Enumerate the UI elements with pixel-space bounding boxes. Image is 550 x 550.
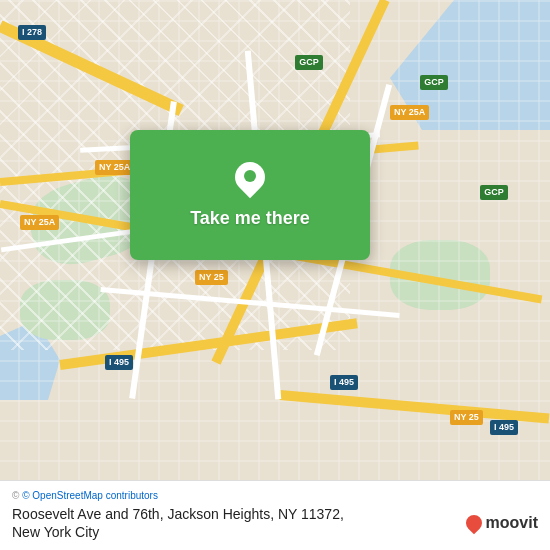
shield-gcp-2: GCP <box>420 75 448 90</box>
location-pin-icon <box>231 162 269 200</box>
address-text: Roosevelt Ave and 76th, Jackson Heights,… <box>12 505 344 541</box>
shield-ny25-1: NY 25 <box>195 270 228 285</box>
shield-ny25a-left: NY 25A <box>20 215 59 230</box>
shield-ny25-2: NY 25 <box>450 410 483 425</box>
map-container: I 278 NY 25A NY 25A 25A NY 25A GCP GCP G… <box>0 0 550 480</box>
shield-gcp-1: GCP <box>295 55 323 70</box>
shield-i495-1: I 495 <box>105 355 133 370</box>
map-attribution: © © OpenStreetMap contributors <box>12 490 538 501</box>
moovit-pin-icon <box>462 512 485 535</box>
osm-link[interactable]: © OpenStreetMap contributors <box>22 490 158 501</box>
address-line1: Roosevelt Ave and 76th, Jackson Heights,… <box>12 506 344 522</box>
shield-gcp-3: GCP <box>480 185 508 200</box>
shield-i495-3: I 495 <box>490 420 518 435</box>
cta-label: Take me there <box>190 208 310 229</box>
bottom-bar: © © OpenStreetMap contributors Roosevelt… <box>0 480 550 550</box>
take-me-there-button[interactable]: Take me there <box>130 130 370 260</box>
shield-i278: I 278 <box>18 25 46 40</box>
moovit-brand-text: moovit <box>486 514 538 532</box>
moovit-logo: moovit <box>466 514 538 532</box>
shield-ny25a-mid: NY 25A <box>95 160 134 175</box>
address-line2: New York City <box>12 524 99 540</box>
shield-ny25a-far: NY 25A <box>390 105 429 120</box>
address-row: Roosevelt Ave and 76th, Jackson Heights,… <box>12 505 538 541</box>
shield-i495-2: I 495 <box>330 375 358 390</box>
